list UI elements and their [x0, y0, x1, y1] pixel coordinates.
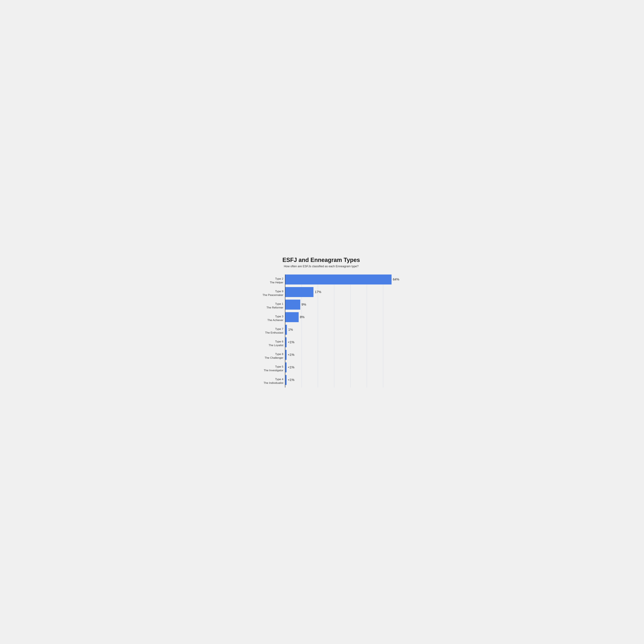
- grid-and-bars: Type 2The HelperType 9The PeacemakerType…: [253, 275, 390, 388]
- bar-value-label: 64%: [393, 278, 399, 281]
- bars-rows: 64%17%9%8%1%<1%<1%<1%<1%: [285, 275, 399, 388]
- bar-row-type-9: 17%: [285, 287, 399, 297]
- bar: [285, 362, 287, 372]
- bar-row-type-5: <1%: [285, 362, 399, 372]
- bar: [285, 287, 313, 297]
- bar-value-label: 1%: [288, 328, 293, 331]
- y-label-type-9: Type 9The Peacemaker: [253, 287, 285, 300]
- bar-row-type-2: 64%: [285, 275, 399, 284]
- bar: [285, 350, 287, 360]
- bars-section: 64%17%9%8%1%<1%<1%<1%<1%: [285, 275, 399, 388]
- y-label-type-2: Type 2The Helper: [253, 275, 285, 287]
- y-label-type-5: Type 5The Investigator: [253, 362, 285, 375]
- chart-area: Type 2The HelperType 9The PeacemakerType…: [253, 275, 390, 388]
- bar-row-type-6: <1%: [285, 337, 399, 347]
- bar-row-type-7: 1%: [285, 325, 399, 335]
- bar: [285, 275, 392, 284]
- y-label-type-1: Type 1The Reformer: [253, 300, 285, 312]
- bar: [285, 300, 300, 310]
- bar-row-type-4: <1%: [285, 375, 399, 385]
- bar: [285, 375, 287, 385]
- bar-row-type-1: 9%: [285, 300, 399, 310]
- y-label-type-7: Type 7The Enthusiast: [253, 325, 285, 337]
- bar: [285, 312, 299, 322]
- y-label-type-4: Type 4The Individualist: [253, 375, 285, 388]
- bar: [285, 337, 287, 347]
- bar-value-label: <1%: [288, 353, 294, 357]
- bar-value-label: <1%: [288, 340, 294, 344]
- bar-value-label: <1%: [288, 365, 294, 369]
- bar-value-label: 17%: [315, 290, 321, 294]
- y-labels: Type 2The HelperType 9The PeacemakerType…: [253, 275, 285, 388]
- bar-value-label: 9%: [302, 303, 306, 306]
- bar: [285, 325, 287, 335]
- chart-container: ESFJ and Enneagram Types How often are E…: [250, 250, 394, 394]
- y-label-type-3: Type 3The Achiever: [253, 312, 285, 325]
- chart-title: ESFJ and Enneagram Types: [253, 257, 390, 263]
- chart-subtitle: How often are ESFJs classified as each E…: [253, 265, 390, 268]
- y-label-type-6: Type 6The Loyalist: [253, 337, 285, 350]
- y-label-type-8: Type 8The Challenger: [253, 350, 285, 362]
- bar-row-type-3: 8%: [285, 312, 399, 322]
- bar-row-type-8: <1%: [285, 350, 399, 360]
- bar-value-label: 8%: [300, 315, 305, 319]
- bar-value-label: <1%: [288, 378, 294, 382]
